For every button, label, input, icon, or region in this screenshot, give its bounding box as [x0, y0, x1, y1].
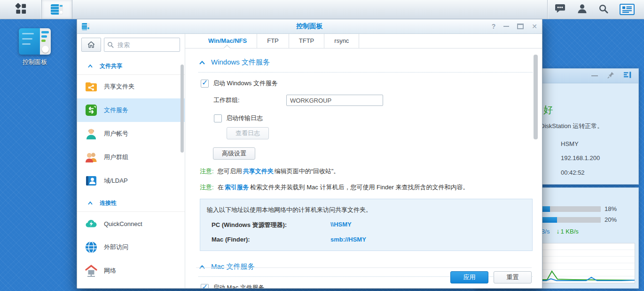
dhcp-server-icon — [85, 288, 98, 288]
main-panel: Win/Mac/NFS FTP TFTP rsync Windows 文件服务 … — [185, 34, 542, 288]
health-message: DiskStation 运转正常。 — [540, 122, 603, 130]
quickconnect-icon — [85, 217, 98, 230]
sidebar-item-user-groups[interactable]: 用户群组 — [77, 146, 185, 169]
enable-windows-service-checkbox[interactable] — [201, 80, 209, 88]
shared-folder-icon — [85, 80, 98, 93]
maximize-button[interactable] — [517, 24, 524, 29]
search-input[interactable] — [117, 41, 177, 49]
user-account-icon — [85, 127, 98, 140]
divider — [198, 72, 533, 73]
tab-tftp[interactable]: TFTP — [289, 34, 325, 48]
download-arrow-icon: ↓ — [556, 227, 559, 235]
widgets-panel-toggle[interactable] — [620, 4, 635, 15]
home-button[interactable] — [81, 38, 101, 52]
reset-button[interactable]: 重置 — [494, 271, 532, 283]
windows-file-service-header[interactable]: Windows 文件服务 — [199, 58, 542, 67]
taskbar — [0, 0, 644, 19]
external-access-icon — [85, 241, 98, 254]
chevron-up-icon — [199, 265, 205, 269]
advanced-settings-button[interactable]: 高级设置 — [213, 147, 255, 160]
control-panel-task-icon — [51, 4, 63, 15]
control-panel-icon — [19, 28, 51, 55]
enable-mac-service-checkbox[interactable] — [201, 284, 209, 289]
mac-access-label: Mac (Finder): — [207, 236, 330, 243]
download-speed: ↓ 1 KB/s — [556, 227, 578, 235]
pin-icon[interactable] — [607, 72, 614, 81]
sidebar-section-connectivity[interactable]: 连接性 — [77, 193, 185, 212]
infobox-intro: 输入以下地址以使用本地网络中的计算机来访问共享文件夹。 — [207, 206, 526, 214]
widget-panel-icon[interactable] — [624, 72, 632, 80]
view-log-button[interactable]: 查看日志 — [227, 127, 269, 139]
note-recycle-bin: 注意: 您可启用共享文件夹编辑页面中的“回收站”。 — [200, 167, 542, 176]
sidebar-item-quickconnect[interactable]: QuickConnect — [77, 212, 185, 235]
main-menu-icon — [15, 2, 27, 17]
uptime-value: 00:42:52 — [561, 169, 585, 176]
ram-usage-percent: 20% — [605, 216, 617, 223]
chevron-up-icon — [88, 65, 93, 68]
workgroup-input[interactable] — [286, 95, 383, 106]
tab-ftp[interactable]: FTP — [257, 34, 289, 48]
mac-access-value[interactable]: smb://HSMY — [330, 236, 366, 243]
footer-buttons: 应用 重置 — [450, 271, 532, 283]
desktop-shortcut-control-panel[interactable]: 控制面板 — [16, 28, 54, 66]
help-button[interactable]: ? — [492, 23, 496, 30]
access-address-infobox: 输入以下地址以使用本地网络中的计算机来访问共享文件夹。 PC (Windows … — [200, 199, 533, 251]
transfer-log-checkbox[interactable] — [214, 114, 222, 122]
sidebar-item-external-access[interactable]: 外部访问 — [77, 235, 185, 259]
window-title: 控制面板 — [77, 22, 542, 31]
user-icon[interactable] — [577, 4, 587, 16]
tab-bar: Win/Mac/NFS FTP TFTP rsync — [185, 34, 542, 48]
chevron-up-icon — [88, 202, 93, 205]
footer-divider — [196, 267, 532, 268]
note-indexing: 注意: 在索引服务检索文件夹并装载到 Mac 计算机后，您可使用 Finder … — [200, 183, 542, 192]
indexing-service-link[interactable]: 索引服务 — [225, 184, 249, 191]
close-button[interactable]: ✕ — [532, 23, 537, 30]
minimize-button[interactable] — [503, 26, 509, 27]
pc-access-value[interactable]: \\HSMY — [330, 221, 352, 229]
cpu-usage-percent: 18% — [605, 205, 617, 212]
network-icon — [85, 264, 98, 277]
chevron-up-icon — [199, 61, 205, 65]
taskbar-tray — [547, 0, 644, 19]
server-name-value: HSMY — [561, 140, 579, 147]
health-status: 好 — [543, 104, 553, 116]
sidebar-item-network[interactable]: 网络 — [77, 259, 185, 283]
search-icon — [107, 41, 114, 48]
user-group-icon — [85, 151, 98, 164]
sidebar-search[interactable] — [104, 38, 180, 52]
home-icon — [87, 40, 95, 49]
sidebar-section-file-sharing[interactable]: 文件共享 — [77, 56, 185, 75]
notifications-icon[interactable] — [554, 4, 566, 16]
widget-minimize-icon[interactable] — [591, 75, 598, 76]
domain-ldap-icon — [85, 174, 98, 187]
sidebar-scrollbar[interactable] — [181, 65, 184, 153]
sidebar-item-user-accounts[interactable]: 用户帐号 — [77, 122, 185, 146]
control-panel-window: 控制面板 ? ✕ 文件共享 — [77, 19, 542, 289]
main-scrollbar[interactable] — [534, 55, 538, 139]
shared-folder-link[interactable]: 共享文件夹 — [243, 168, 274, 175]
mac-file-service-header[interactable]: Mac 文件服务 — [199, 262, 542, 271]
sidebar-item-domain-ldap[interactable]: 域/LDAP — [77, 169, 185, 193]
workgroup-label: 工作群组: — [213, 96, 286, 105]
enable-windows-service-label: 启动 Windows 文件服务 — [213, 79, 278, 88]
apply-button[interactable]: 应用 — [450, 271, 488, 283]
ip-address-value: 192.168.1.200 — [561, 154, 600, 162]
pc-access-label: PC (Windows 资源管理器): — [207, 221, 330, 229]
transfer-log-label: 启动传输日志 — [226, 114, 263, 122]
desktop-shortcut-label: 控制面板 — [16, 58, 54, 66]
widgets-panel-icon — [622, 6, 632, 13]
window-titlebar[interactable]: 控制面板 ? ✕ — [77, 19, 542, 34]
sidebar-item-shared-folders[interactable]: 共享文件夹 — [77, 75, 185, 98]
tab-rsync[interactable]: rsync — [324, 34, 359, 48]
sidebar-item-file-services[interactable]: 文件服务 — [77, 98, 185, 122]
settings-pane: Windows 文件服务 启动 Windows 文件服务 工作群组: 启动传输日… — [185, 48, 542, 288]
enable-mac-service-label: 启动 Mac 文件服务 — [213, 283, 265, 289]
control-panel-task-button[interactable] — [42, 0, 72, 19]
main-menu-button[interactable] — [0, 0, 42, 19]
sidebar: 文件共享 共享文件夹 文件服务 用户帐号 用户群组 域/LDAP — [77, 34, 185, 288]
file-services-icon — [85, 104, 98, 117]
search-icon[interactable] — [598, 4, 608, 16]
sidebar-item-dhcp-server[interactable]: DHCP Server — [77, 283, 185, 288]
